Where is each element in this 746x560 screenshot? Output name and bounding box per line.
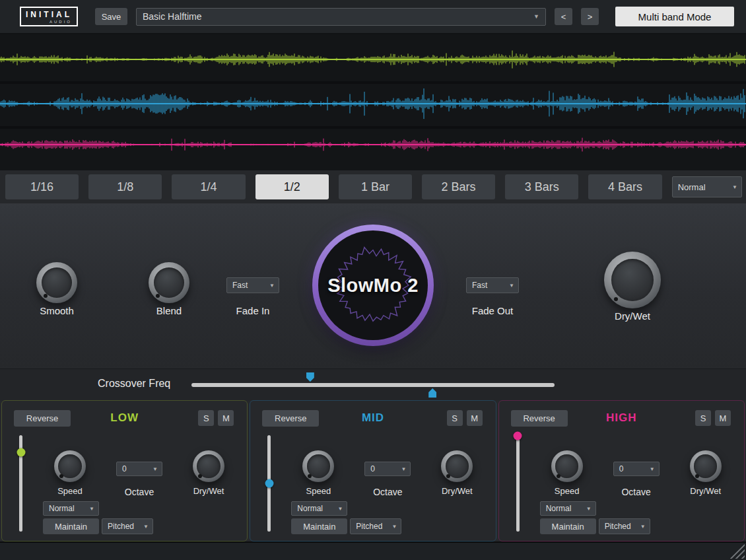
fade-in-label: Fade In [236, 305, 270, 316]
octave-dropdown[interactable]: 0 [364, 462, 411, 476]
crossover-slider[interactable] [191, 383, 555, 387]
speed-mode-dropdown[interactable]: Normal [291, 501, 347, 516]
maintain-button[interactable]: Maintain [291, 518, 347, 534]
reverse-button[interactable]: Reverse [14, 410, 71, 427]
octave-label: Octave [621, 487, 650, 497]
band-level-handle[interactable] [514, 432, 522, 440]
crossover-handle-low-mid[interactable] [306, 372, 314, 382]
speed-mode-value: Normal [546, 504, 572, 513]
knob-indicator [44, 294, 48, 298]
slowmo-logo-text: SlowMo 2 [327, 275, 419, 297]
save-button[interactable]: Save [95, 8, 127, 25]
speed-knob[interactable] [551, 450, 583, 482]
division-1-2[interactable]: 1/2 [255, 174, 329, 199]
speed-mode-value: Normal [49, 504, 75, 513]
division-4-bars[interactable]: 4 Bars [588, 174, 661, 199]
crossover-label: Crossover Freq [98, 378, 170, 390]
crossover-section: Crossover Freq [0, 368, 746, 400]
reverse-button[interactable]: Reverse [262, 410, 319, 427]
drywet-main-knob[interactable] [604, 252, 661, 308]
preset-dropdown[interactable]: Basic Halftime [136, 8, 546, 26]
drywet-label: Dry/Wet [442, 486, 473, 496]
solo-button[interactable]: S [695, 410, 711, 426]
band-level-slider[interactable] [516, 435, 520, 532]
pitch-mode-value: Pitched [356, 522, 382, 531]
knob-indicator [446, 474, 450, 478]
drywet-knob[interactable] [441, 450, 473, 482]
mute-button[interactable]: M [715, 410, 731, 426]
division-1-4[interactable]: 1/4 [172, 174, 245, 199]
speed-mode-dropdown[interactable]: Normal [540, 501, 596, 516]
pitch-mode-value: Pitched [108, 522, 134, 531]
resize-grip[interactable] [729, 543, 745, 559]
pitch-mode-dropdown[interactable]: Pitched [599, 518, 650, 534]
band-level-handle[interactable] [265, 479, 273, 488]
mute-button[interactable]: M [467, 410, 483, 426]
knob-indicator [695, 474, 699, 478]
octave-label: Octave [373, 487, 402, 497]
pitch-mode-value: Pitched [605, 522, 631, 531]
band-name: LOW [110, 411, 139, 425]
knob-indicator [198, 474, 202, 478]
octave-value: 0 [370, 464, 375, 473]
reverse-button[interactable]: Reverse [511, 410, 568, 427]
fade-out-dropdown[interactable]: Fast [466, 277, 519, 293]
band-panel-mid: Reverse MID S M Speed 0 Octave Dry/Wet N… [250, 400, 496, 542]
pitch-mode-dropdown[interactable]: Pitched [102, 518, 153, 534]
drywet-label: Dry/Wet [193, 486, 224, 496]
crossover-handle-mid-high[interactable] [428, 388, 436, 398]
solo-button[interactable]: S [447, 410, 463, 426]
waveform-svg [0, 34, 746, 170]
division-3-bars[interactable]: 3 Bars [505, 174, 578, 199]
fade-in-dropdown[interactable]: Fast [226, 277, 279, 293]
fade-out-label: Fade Out [472, 305, 514, 316]
slowmo-logo-ring: SlowMo 2 [312, 225, 434, 346]
knob-indicator [557, 474, 560, 478]
division-2-bars[interactable]: 2 Bars [422, 174, 495, 199]
division-1-8[interactable]: 1/8 [88, 174, 162, 199]
drywet-knob[interactable] [193, 450, 224, 482]
main-control-panel: Smooth Blend Fast Fade In SlowMo 2 Fast … [0, 203, 746, 368]
band-panel-low: Reverse LOW S M Speed 0 Octave Dry/Wet N… [1, 400, 248, 542]
drywet-main-label: Dry/Wet [615, 310, 650, 322]
blend-knob[interactable] [149, 262, 189, 303]
drywet-knob[interactable] [690, 450, 722, 482]
pitch-mode-dropdown[interactable]: Pitched [350, 518, 401, 534]
speed-label: Speed [57, 486, 83, 496]
logo-subtext: AUDIO [26, 20, 72, 24]
band-panels: Reverse LOW S M Speed 0 Octave Dry/Wet N… [1, 400, 745, 542]
solo-button[interactable]: S [198, 410, 214, 426]
band-level-slider[interactable] [19, 435, 22, 532]
preset-name: Basic Halftime [143, 11, 201, 22]
multi-band-mode-button[interactable]: Multi band Mode [615, 7, 734, 26]
speed-label: Speed [306, 486, 331, 496]
division-1-bar[interactable]: 1 Bar [339, 174, 412, 199]
band-level-slider[interactable] [267, 435, 271, 532]
prev-preset-button[interactable]: < [555, 8, 572, 25]
maintain-button[interactable]: Maintain [540, 518, 596, 534]
band-panel-high: Reverse HIGH S M Speed 0 Octave Dry/Wet … [498, 400, 745, 542]
bottom-bar [0, 542, 746, 560]
octave-dropdown[interactable]: 0 [613, 462, 660, 476]
drywet-label: Dry/Wet [690, 486, 721, 496]
speed-knob[interactable] [54, 450, 86, 482]
maintain-button[interactable]: Maintain [43, 518, 99, 534]
speed-mode-value: Normal [297, 504, 323, 513]
speed-knob[interactable] [302, 450, 334, 482]
initial-audio-logo: INITIAL AUDIO [20, 7, 78, 26]
band-level-handle[interactable] [17, 448, 25, 457]
speed-mode-dropdown[interactable]: Normal [43, 501, 99, 516]
knob-indicator [308, 474, 312, 478]
next-preset-button[interactable]: > [581, 8, 599, 25]
smooth-knob[interactable] [36, 262, 77, 303]
blend-label: Blend [156, 305, 182, 316]
knob-indicator [156, 294, 160, 298]
octave-value: 0 [122, 464, 127, 473]
division-1-16[interactable]: 1/16 [5, 174, 79, 199]
division-mode-dropdown[interactable]: Normal [672, 176, 742, 197]
knob-indicator [614, 297, 618, 301]
octave-dropdown[interactable]: 0 [116, 462, 162, 476]
band-name: MID [362, 411, 384, 425]
mute-button[interactable]: M [218, 410, 234, 426]
knob-indicator [59, 474, 63, 478]
